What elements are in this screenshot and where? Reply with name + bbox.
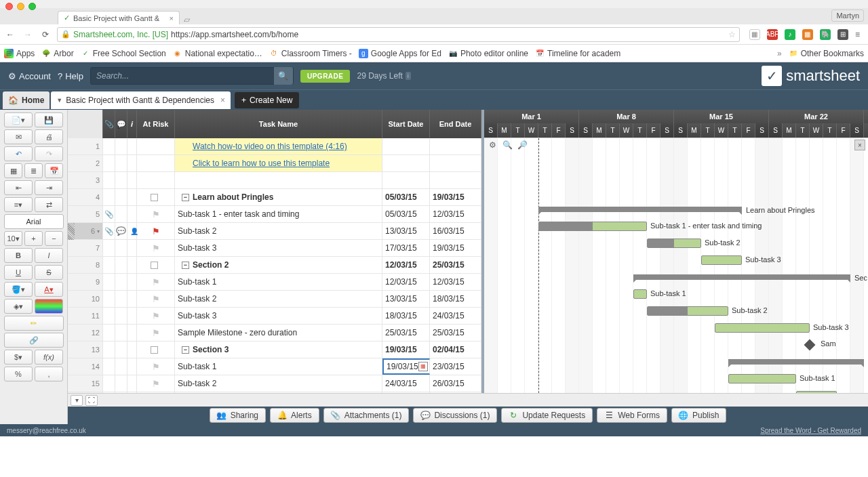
gantt-milestone[interactable] — [804, 339, 816, 351]
end-date-header[interactable]: End Date — [430, 110, 481, 138]
start-date-cell[interactable] — [382, 138, 430, 154]
at-risk-cell[interactable]: ⚑ — [137, 375, 175, 392]
task-name-cell[interactable]: Sub-task 2 — [175, 223, 382, 239]
spotify-icon[interactable]: ♪ — [785, 29, 795, 40]
row-number[interactable]: 3 — [68, 172, 103, 188]
at-risk-cell[interactable] — [137, 155, 175, 171]
task-name-cell[interactable]: −Section 2 — [175, 257, 382, 273]
comment-cell[interactable] — [115, 341, 127, 358]
bookmark-item[interactable]: ◉National expectatio… — [173, 49, 262, 58]
info-cell[interactable] — [127, 155, 137, 171]
discussions-button[interactable]: 💬Discussions (1) — [413, 408, 497, 423]
table-row[interactable]: 14⚑Sub-task 119/03/15▦23/03/15 — [68, 358, 481, 375]
at-risk-cell[interactable]: ⚑ — [137, 274, 175, 290]
info-cell[interactable] — [127, 240, 137, 256]
at-risk-cell[interactable] — [137, 189, 175, 205]
at-risk-cell[interactable]: ⚑ — [137, 308, 175, 324]
comment-cell[interactable] — [115, 206, 127, 222]
row-number[interactable]: 12 — [68, 325, 103, 341]
start-date-cell[interactable]: 05/03/15 — [382, 189, 430, 205]
save-button[interactable]: 📄▾ — [4, 112, 33, 127]
at-risk-cell[interactable]: ⚑ — [137, 358, 175, 375]
start-date-cell[interactable]: 05/03/15 — [382, 206, 430, 222]
flag-icon[interactable]: ⚑ — [152, 362, 160, 372]
info-cell[interactable] — [127, 308, 137, 324]
star-icon[interactable]: ☆ — [728, 30, 736, 39]
attachment-cell[interactable] — [103, 375, 115, 392]
comment-cell[interactable] — [115, 257, 127, 273]
comment-cell[interactable] — [115, 138, 127, 154]
thousands-button[interactable]: , — [35, 367, 63, 381]
comment-cell[interactable] — [115, 274, 127, 290]
zoom-in-icon[interactable]: 🔎 — [517, 140, 528, 150]
table-row[interactable]: 10⚑Sub-task 213/03/1518/03/15 — [68, 291, 481, 308]
info-cell[interactable] — [127, 257, 137, 273]
search-button[interactable]: 🔍 — [274, 67, 293, 85]
info-cell[interactable] — [127, 172, 137, 188]
gantt-body[interactable]: Learn about PringlesSub-task 1 - enter t… — [484, 138, 868, 423]
at-risk-cell[interactable]: ⚑ — [137, 223, 175, 239]
gantt-summary-bar[interactable]: Sec — [633, 274, 850, 280]
align-left-button[interactable]: ≡▾ — [4, 197, 33, 212]
close-tab-icon[interactable]: × — [170, 14, 174, 22]
start-date-cell[interactable]: 19/03/15 — [382, 341, 430, 358]
font-increase-button[interactable]: + — [24, 231, 43, 246]
flag-icon[interactable]: ⚑ — [152, 243, 160, 253]
info-cell[interactable]: 👤 — [127, 223, 137, 239]
apps-bookmark[interactable]: ⊞Apps — [4, 49, 35, 58]
upgrade-button[interactable]: UPGRADE — [300, 70, 351, 83]
calendar-icon[interactable]: ▦ — [418, 362, 428, 371]
gantt-summary-bar[interactable] — [728, 359, 864, 365]
task-name-cell[interactable]: Sub-task 2 — [175, 375, 382, 392]
row-number[interactable]: 2 — [68, 155, 103, 171]
comment-cell[interactable] — [115, 189, 127, 205]
end-date-cell[interactable]: 24/03/15 — [430, 308, 481, 324]
end-date-cell[interactable]: 19/03/15 — [430, 189, 481, 205]
checkbox-icon[interactable] — [151, 194, 158, 201]
print-button[interactable]: 🖨 — [35, 129, 63, 144]
comment-header[interactable]: 💬 — [115, 110, 127, 138]
update-requests-button[interactable]: ↻Update Requests — [501, 408, 593, 423]
at-risk-cell[interactable]: ⚑ — [137, 240, 175, 256]
expand-icon[interactable]: ⛶ — [85, 395, 98, 406]
help-link[interactable]: Watch how-to video on this template (4:1… — [193, 142, 347, 151]
bookmark-item[interactable]: 📷Photo editor online — [448, 49, 528, 58]
start-date-cell[interactable]: 12/03/15 — [382, 257, 430, 273]
end-date-cell[interactable]: 02/04/15 — [430, 341, 481, 358]
end-date-cell[interactable] — [430, 138, 481, 154]
start-date-cell[interactable]: 13/03/15 — [382, 223, 430, 239]
calendar-view-button[interactable]: 📅 — [45, 163, 63, 178]
bookmark-overflow-icon[interactable]: » — [777, 49, 782, 58]
email-button[interactable]: ✉ — [4, 129, 33, 144]
flag-icon[interactable]: ⚑ — [152, 328, 160, 338]
row-number[interactable]: 1 — [68, 138, 103, 154]
comment-cell[interactable] — [115, 358, 127, 375]
evernote-icon[interactable]: 🐘 — [820, 29, 831, 40]
attachment-cell[interactable]: 📎 — [103, 206, 115, 222]
at-risk-cell[interactable] — [137, 172, 175, 188]
start-date-cell[interactable]: 19/03/15▦ — [382, 358, 430, 375]
flag-icon[interactable]: ⚑ — [152, 277, 160, 287]
task-name-header[interactable]: Task Name — [175, 110, 382, 138]
bold-button[interactable]: B — [4, 248, 33, 263]
gantt-task-bar[interactable]: Sub-task 2 — [647, 306, 728, 316]
end-date-cell[interactable] — [430, 172, 481, 188]
reload-button[interactable]: ⟳ — [39, 28, 52, 41]
start-date-header[interactable]: Start Date — [382, 110, 430, 138]
conditional-format-button[interactable]: ◈▾ — [4, 299, 33, 314]
address-bar[interactable]: 🔒 Smartsheet.com, Inc. [US] https://app.… — [57, 27, 740, 42]
end-date-cell[interactable]: 23/03/15 — [430, 358, 481, 375]
row-number[interactable]: 10 — [68, 291, 103, 307]
gantt-task-bar[interactable]: Sub-task 1 - enter task and timing — [538, 222, 647, 231]
task-name-cell[interactable]: Sub-task 1 - enter task and timing — [175, 206, 382, 222]
info-cell[interactable] — [127, 291, 137, 307]
collapse-icon[interactable]: − — [182, 262, 189, 269]
table-row[interactable]: 12⚑Sample Milestone - zero duration25/03… — [68, 325, 481, 341]
row-number[interactable]: 9 — [68, 274, 103, 290]
table-row[interactable]: 6▾📎💬👤⚑Sub-task 213/03/1516/03/15 — [68, 223, 481, 240]
attachment-cell[interactable] — [103, 257, 115, 273]
percent-button[interactable]: % — [4, 367, 33, 381]
format-painter-button[interactable] — [35, 299, 63, 314]
bookmark-item[interactable]: ⏱Classroom Timers - — [269, 49, 352, 58]
extension-icon[interactable]: ⊞ — [837, 29, 848, 40]
